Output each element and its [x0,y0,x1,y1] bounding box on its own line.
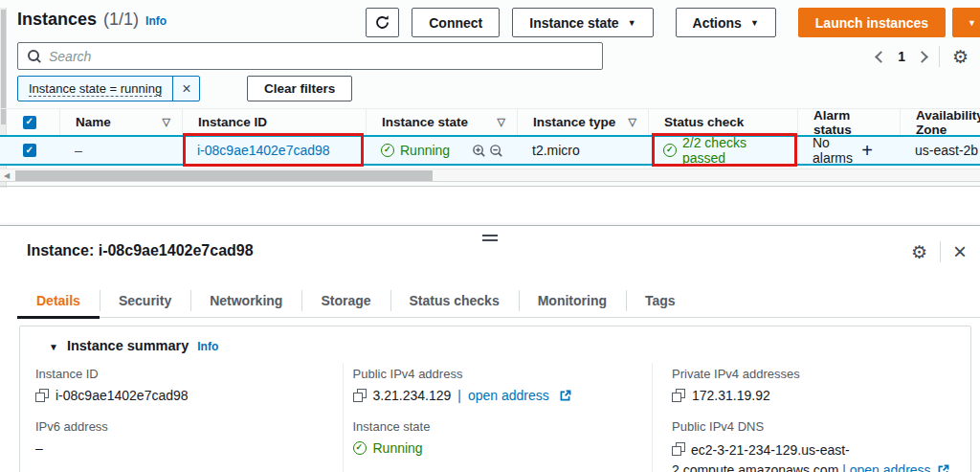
status-ok-icon [381,144,394,157]
ipv6-value: – [35,440,333,456]
column-header-instance-type[interactable]: Instance type ▽ [517,109,648,135]
summary-info-link[interactable]: Info [197,340,218,353]
remove-filter-icon[interactable]: × [172,77,199,101]
page-title: Instances [17,10,97,30]
preferences-gear-icon[interactable]: ⚙ [952,48,969,66]
filter-chip-label: Instance state = running [29,81,162,97]
zoom-in-icon[interactable] [472,144,486,158]
field-instance-id: Instance ID i-08c9ae1402e7cad98 [35,367,333,403]
instance-id-value: i-08c9ae1402e7cad98 [56,388,189,403]
external-link-icon [559,390,571,402]
column-header-status-check[interactable]: Status check [648,109,797,135]
instance-state-value: Running [373,440,423,456]
header-info-link[interactable]: Info [145,14,167,28]
status-ok-icon [663,144,677,157]
select-all-checkbox[interactable] [23,116,36,129]
table-header-row: Name ▽ Instance ID Instance state ▽ Inst… [0,108,980,135]
copy-icon[interactable] [672,389,685,402]
column-header-alarm-status[interactable]: Alarm status [797,109,900,135]
header-toolbar: Connect Instance state ▼ Actions ▼ Launc… [366,8,980,37]
external-link-icon [937,464,949,472]
collapse-arrow-icon[interactable]: ▼ [49,342,58,352]
sort-icon: ▽ [498,116,505,128]
open-address-link[interactable]: open address [468,388,549,403]
search-input-container [17,42,603,70]
launch-instances-split-dropdown[interactable]: ▼ [952,8,980,37]
public-ipv4-value: 3.21.234.129 [373,388,452,403]
tab-monitoring[interactable]: Monitoring [519,283,626,317]
refresh-button[interactable] [366,8,399,37]
cell-status-check: 2/2 checks passed [648,137,797,164]
tab-security[interactable]: Security [100,283,190,317]
table-row[interactable]: – i-08c9ae1402e7cad98 Running t2.micro 2… [0,135,980,166]
open-address-link[interactable]: open address [850,462,931,472]
search-icon [27,49,41,63]
connect-button[interactable]: Connect [412,8,500,37]
tab-details[interactable]: Details [17,283,100,317]
tab-tags[interactable]: Tags [626,283,695,317]
chevron-down-icon: ▼ [628,19,636,28]
sort-icon: ▽ [629,116,636,128]
refresh-icon [374,14,390,31]
panel-drag-handle-icon[interactable] [482,235,498,241]
field-instance-state: Instance state Running [353,419,643,456]
field-private-ipv4: Private IPv4 addresses 172.31.19.92 [672,367,961,403]
instance-id-link[interactable]: i-08c9ae1402e7cad98 [197,143,330,158]
copy-icon[interactable] [353,389,367,402]
cell-availability-zone: us-east-2b [900,137,980,164]
panel-title: Instance: i-08c9ae1402e7cad98 [27,242,254,259]
pagination: 1 ⚙ [877,42,969,71]
vertical-scrollbar-thumb[interactable] [1,10,6,124]
clear-filters-button[interactable]: Clear filters [247,76,352,101]
copy-icon[interactable] [35,389,49,402]
horizontal-scrollbar-thumb[interactable] [15,170,433,181]
filter-chip[interactable]: Instance state = running × [17,76,200,101]
scroll-left-icon[interactable]: ◀ [4,171,10,180]
panel-settings-gear-icon[interactable]: ⚙ [911,243,927,261]
private-ipv4-value: 172.31.19.92 [692,388,770,403]
public-dns-value: ec2-3-21-234-129.us-east-2.compute.amazo… [672,442,850,472]
column-header-availability-zone[interactable]: Availability Zone [900,109,980,135]
close-panel-icon[interactable]: × [953,240,967,263]
instance-details-panel: Instance: i-08c9ae1402e7cad98 ⚙ × Detail… [0,225,980,472]
status-ok-icon [353,441,367,455]
cell-instance-type: t2.micro [517,137,648,164]
instance-summary-header[interactable]: ▼ Instance summary Info [20,326,970,363]
instance-state-dropdown[interactable]: Instance state ▼ [512,8,653,37]
instances-list-section: Instances (1/1) Info Connect Instance st… [0,0,980,188]
field-public-ipv4: Public IPv4 address 3.21.234.129 | open … [353,367,643,403]
page-number[interactable]: 1 [898,49,905,64]
divider [0,186,980,187]
search-input[interactable] [49,49,593,64]
select-all-cell [0,109,59,135]
next-page-icon[interactable] [916,51,928,63]
cell-alarm-status: No alarms + [797,137,900,164]
column-header-instance-id[interactable]: Instance ID [182,109,366,135]
chevron-down-icon: ▼ [968,19,976,28]
tab-networking[interactable]: Networking [190,283,301,317]
column-header-instance-state[interactable]: Instance state ▽ [366,109,517,135]
zoom-out-icon[interactable] [489,144,503,158]
launch-instances-button[interactable]: Launch instances [798,8,946,37]
cell-instance-state: Running [366,137,517,164]
actions-dropdown[interactable]: Actions ▼ [676,8,776,37]
field-ipv6-address: IPv6 address – [35,419,333,456]
chevron-down-icon: ▼ [750,19,759,28]
panel-tabs: Details Security Networking Storage Stat… [17,283,980,318]
previous-page-icon[interactable] [875,51,887,63]
instance-summary-card: ▼ Instance summary Info Instance ID i-08… [19,326,971,472]
tab-storage[interactable]: Storage [301,283,390,317]
page-header: Instances (1/1) Info [17,10,167,30]
horizontal-scrollbar[interactable]: ◀ [0,169,980,182]
column-header-name[interactable]: Name ▽ [59,109,182,135]
divider [940,241,941,262]
tab-status-checks[interactable]: Status checks [390,283,519,317]
instance-count: (1/1) [103,10,139,30]
field-public-dns: Public IPv4 DNS ec2-3-21-234-129.us-east… [672,419,961,472]
sort-icon: ▽ [163,116,170,128]
copy-icon[interactable] [672,442,685,456]
add-alarm-button[interactable]: + [861,141,873,160]
instance-summary-title: Instance summary [67,338,189,353]
divider [939,46,940,67]
row-checkbox[interactable] [23,144,36,157]
